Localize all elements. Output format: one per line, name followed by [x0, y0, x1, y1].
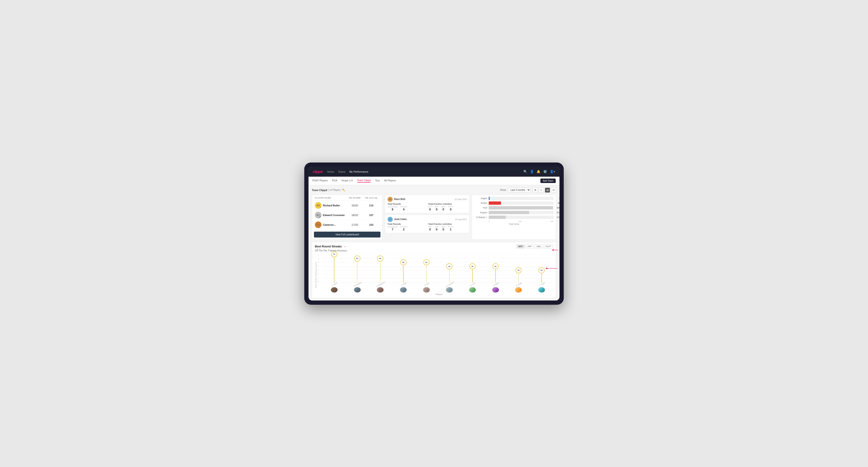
filter-ott[interactable]: OTT	[517, 245, 525, 248]
annotation-box: Here you can see streaks your players ha…	[559, 259, 559, 271]
stat-label: Tournament	[388, 206, 398, 208]
ott-value: 0	[428, 228, 432, 231]
player-name: Richard Butler	[323, 204, 340, 207]
avatar	[423, 287, 430, 293]
avatar	[538, 287, 545, 293]
avatar: EC 2	[315, 212, 321, 218]
streak-col: 3x	[507, 254, 530, 283]
stat-putt: PUTT 0	[448, 206, 453, 211]
bc-row: Birdies 96	[474, 201, 554, 205]
card-view-btn[interactable]: ▤	[545, 187, 550, 193]
filter-app[interactable]: APP	[526, 245, 533, 248]
edit-icon[interactable]: ✏️	[342, 188, 345, 191]
main-content: Team Clippd | 14 Players ✏️ Show Last 3 …	[309, 185, 559, 301]
streaks-header: Best Round Streaks ← OTT APP ARG PUTT	[315, 245, 553, 248]
stat-putt: PUTT 1	[448, 226, 453, 231]
streak-bubble: 5x	[400, 259, 406, 266]
streak-bubble: 5x	[423, 259, 430, 266]
bc-bar-label: 131	[557, 216, 559, 218]
streak-line	[426, 262, 427, 282]
tabs-bar: PGAT Players PGA Hcaps 1-5 Team Clippd T…	[309, 177, 559, 185]
stat-row: Tournament 7 Practice 2	[388, 226, 426, 231]
grid-view-btn[interactable]: ⊞	[533, 187, 538, 193]
lb-avg: 103	[363, 223, 379, 226]
rank-badge: 1	[319, 206, 321, 209]
person-icon[interactable]: 👤	[530, 170, 534, 173]
profile-icon[interactable]: 👤▾	[550, 170, 555, 173]
bc-bar-wrap: 96	[489, 201, 554, 205]
player-cards: RB Rees Britt 02 Sep 2023 Total Rounds	[385, 195, 469, 240]
chart-flex: 7x6x6x5x5x4x4x4x3x3x 7 6 5 4 3 2	[318, 254, 553, 295]
nav-my-performance[interactable]: My Performance	[349, 170, 368, 173]
x-axis-title: Players	[318, 293, 553, 295]
practice-activities-group: Total Practice Activities OTT 0 APP	[428, 223, 467, 231]
lb-col-avg: PB AVG SQ	[363, 197, 379, 199]
search-icon[interactable]: 🔍	[523, 170, 527, 173]
stat-app: APP 0	[435, 206, 438, 211]
player-card: RB Rees Britt 02 Sep 2023 Total Rounds	[385, 195, 469, 213]
stat-value: 2	[400, 228, 407, 231]
stat-practice: Practice 2	[400, 226, 407, 231]
avatar	[469, 287, 476, 293]
tab-hcaps[interactable]: Hcaps 1-5	[342, 179, 353, 182]
view-full-leaderboard-button[interactable]: View Full Leaderboard	[314, 231, 380, 238]
stat-label: Tournament	[388, 226, 398, 228]
app-value: 0	[435, 228, 438, 231]
player-info: EC 2 Edward Crossman	[315, 212, 346, 218]
bell-icon[interactable]: 🔔	[536, 170, 540, 173]
team-header: Team Clippd | 14 Players ✏️ Show Last 3 …	[312, 187, 556, 193]
y-axis-label: Best Streak, Fairway Accuracy	[315, 254, 317, 295]
settings-icon[interactable]: ⚙️	[543, 170, 547, 173]
time-filter-select[interactable]: Last 3 months	[508, 188, 531, 192]
table-row: RB 1 Richard Butler 19/20 110	[314, 201, 380, 210]
filter-arg[interactable]: ARG	[534, 245, 543, 248]
nav-teams[interactable]: Teams	[338, 170, 346, 173]
add-team-button[interactable]: Add Team	[540, 179, 556, 183]
practice-activities-group: Total Practice Activities OTT 0 APP	[428, 203, 467, 211]
stat-item-practice: Practice 4	[400, 206, 407, 211]
tab-pgat[interactable]: PGAT Players	[312, 179, 328, 182]
streaks-subtitle: Off The Tee, Fairway Accuracy	[315, 249, 553, 252]
logo: clippd	[313, 169, 322, 174]
stat-title: Total Rounds	[388, 223, 426, 225]
bc-row: Bogeys 311	[474, 211, 554, 214]
nav-icons: 🔍 👤 🔔 ⚙️ 👤▾	[523, 170, 555, 173]
bc-bar-label: 3	[559, 197, 559, 199]
nav-home[interactable]: Home	[327, 170, 334, 173]
tab-tour[interactable]: Tour	[375, 179, 380, 182]
avatar	[515, 287, 522, 293]
table-row: EC 2 Edward Crossman 18/20 107	[314, 210, 380, 220]
bc-bar	[489, 201, 501, 205]
stat-arg: ARG 0	[441, 226, 445, 231]
stat-label: Practice	[400, 226, 407, 228]
lb-avg: 107	[363, 214, 379, 217]
avatar	[446, 287, 453, 293]
table-view-btn[interactable]: ⊟	[551, 187, 556, 193]
tab-team-clippd[interactable]: Team Clippd	[357, 179, 371, 183]
y-axis: 7 6 5 4 3 2 1 0	[318, 254, 323, 283]
bc-bar-wrap: 311	[489, 211, 554, 214]
streak-col: 6x	[346, 254, 369, 283]
bc-bar-label: 499	[557, 207, 559, 209]
stat-title: Total Practice Activities	[428, 223, 467, 225]
list-view-btn[interactable]: ≡	[539, 187, 544, 193]
stat-label: Practice	[400, 206, 407, 208]
rank-badge: 3	[319, 226, 321, 228]
tab-pga[interactable]: PGA	[332, 179, 337, 182]
putt-value: 1	[448, 228, 453, 231]
show-label: Show	[500, 189, 506, 191]
bc-label: Eagles	[474, 197, 487, 199]
lb-avg: 110	[363, 204, 379, 207]
annotation-arrow	[545, 265, 559, 272]
bc-label: Birdies	[474, 202, 487, 204]
player-name: Edward Crossman	[323, 214, 345, 217]
streaks-title: Best Round Streaks	[315, 245, 342, 248]
stat-app: APP 0	[435, 226, 438, 231]
stat-value: 7	[388, 228, 398, 231]
x-labels: E. Ebert B. McHarg D. Billingham J. Cole…	[323, 283, 553, 285]
streaks-section: Best Round Streaks ← OTT APP ARG PUTT Of…	[312, 242, 556, 298]
tab-all-players[interactable]: All Players	[384, 179, 396, 182]
streak-bubble: 4x	[446, 263, 453, 269]
y-tick: 2	[318, 273, 323, 275]
stat-row: OTT 0 APP 0 ARG	[428, 226, 467, 231]
